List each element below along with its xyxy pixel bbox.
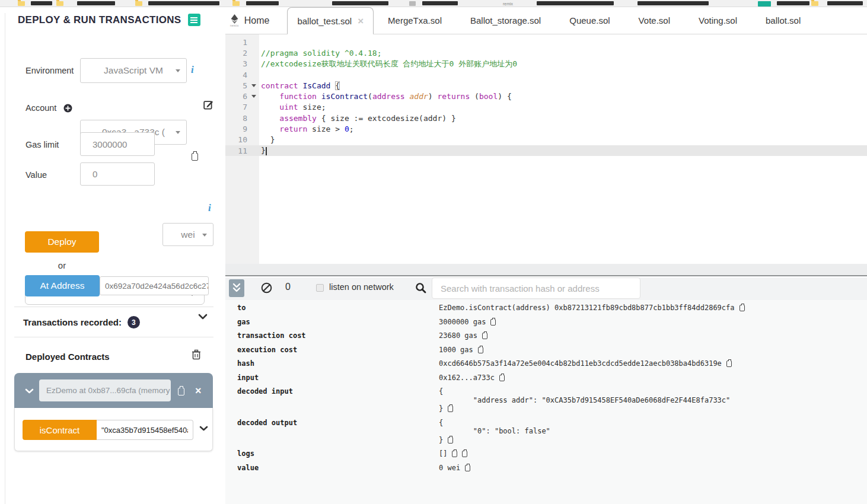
extension-icon bbox=[758, 1, 771, 7]
close-tab-icon[interactable]: × bbox=[358, 16, 364, 26]
code-line: 11} bbox=[225, 145, 867, 156]
copy-icon[interactable] bbox=[448, 437, 453, 444]
method-expand-icon[interactable] bbox=[199, 426, 208, 431]
terminal-value-line: [] bbox=[439, 449, 467, 458]
code-editor[interactable]: 12//pragma solidity ^0.4.18;3//extcodesi… bbox=[225, 34, 867, 264]
close-instance-icon[interactable]: × bbox=[195, 385, 202, 396]
tab-label: Queue.sol bbox=[569, 15, 610, 25]
value-unit-select[interactable]: wei bbox=[162, 223, 213, 246]
folder-icon bbox=[811, 1, 818, 6]
copy-icon[interactable] bbox=[482, 333, 487, 339]
value-input[interactable] bbox=[80, 162, 155, 186]
transactions-recorded-label: Transactions recorded: bbox=[23, 317, 122, 327]
terminal-row: gas3000000 gas bbox=[225, 318, 867, 327]
listen-network-checkbox[interactable] bbox=[316, 284, 324, 292]
fold-toggle-icon[interactable] bbox=[249, 95, 258, 98]
copy-icon[interactable] bbox=[462, 451, 467, 457]
contract-instance-header[interactable]: EzDemo at 0xb87...69cfa (memory × bbox=[14, 373, 213, 408]
line-number: 2 bbox=[225, 49, 249, 58]
tab-ballot-sol[interactable]: ballot.sol bbox=[751, 7, 815, 34]
edit-account-icon[interactable] bbox=[203, 100, 213, 110]
app-icon bbox=[409, 1, 416, 6]
environment-info-icon[interactable]: i bbox=[191, 64, 194, 76]
at-address-button[interactable]: At Address bbox=[25, 275, 100, 296]
fold-toggle-icon[interactable] bbox=[249, 84, 258, 87]
plugin-list-icon[interactable] bbox=[188, 14, 200, 26]
copy-icon[interactable] bbox=[478, 347, 483, 353]
tab-ballot-storage-sol[interactable]: Ballot_storage.sol bbox=[456, 7, 555, 34]
copy-icon[interactable] bbox=[452, 451, 457, 457]
line-number: 5 bbox=[225, 81, 249, 90]
gas-limit-input[interactable] bbox=[80, 132, 155, 156]
tab-ballot-test-sol[interactable]: ballot_test.sol× bbox=[287, 7, 374, 34]
terminal-toggle-button[interactable] bbox=[229, 279, 244, 297]
terminal-row-label: gas bbox=[225, 318, 439, 327]
line-number: 8 bbox=[225, 114, 249, 123]
terminal-row: value0 wei bbox=[225, 464, 867, 473]
line-number: 10 bbox=[225, 135, 249, 144]
terminal-output: toEzDemo.isContract(address) 0xb87213121… bbox=[225, 300, 867, 504]
terminal-value-line: 23680 gas bbox=[439, 331, 487, 340]
tab-mergetxa-sol[interactable]: MergeTxa.sol bbox=[374, 7, 456, 34]
terminal-row-label: execution cost bbox=[225, 346, 439, 355]
caret-down-icon bbox=[176, 131, 180, 134]
copy-icon[interactable] bbox=[465, 465, 470, 471]
add-account-icon[interactable] bbox=[63, 104, 72, 113]
copy-icon[interactable] bbox=[490, 319, 496, 326]
copy-instance-icon[interactable] bbox=[178, 388, 184, 395]
terminal-header: 0 listen on network bbox=[225, 277, 867, 300]
tab-voting-sol[interactable]: Voting.sol bbox=[684, 7, 751, 34]
copy-icon[interactable] bbox=[726, 361, 732, 367]
transactions-collapse-icon[interactable] bbox=[198, 314, 208, 320]
copy-icon[interactable] bbox=[499, 375, 505, 381]
bookmark-text bbox=[777, 1, 809, 5]
clear-console-icon[interactable] bbox=[261, 282, 272, 294]
code-line: 2//pragma solidity ^0.4.18; bbox=[225, 47, 867, 58]
caret-down-icon bbox=[202, 234, 207, 237]
bookmark-label: remix bbox=[503, 2, 513, 6]
tab-label: Ballot_storage.sol bbox=[470, 15, 541, 25]
trash-icon[interactable] bbox=[192, 349, 201, 360]
pending-tx-count: 0 bbox=[285, 282, 291, 292]
terminal-drag-handle[interactable] bbox=[225, 264, 867, 276]
deploy-button[interactable]: Deploy bbox=[25, 231, 99, 253]
browser-bookmarks-strip: remix bbox=[0, 0, 867, 7]
terminal-row-label: input bbox=[225, 374, 439, 382]
code-content: } bbox=[261, 146, 267, 155]
contract-info-icon[interactable]: i bbox=[208, 202, 211, 214]
code-line: 6 function isContract(address addr) retu… bbox=[225, 91, 867, 101]
code-content: uint size; bbox=[261, 103, 326, 111]
copy-account-icon[interactable] bbox=[192, 153, 198, 161]
method-arg-input[interactable] bbox=[97, 420, 193, 440]
copy-icon[interactable] bbox=[448, 406, 453, 412]
transactions-count-badge: 3 bbox=[128, 316, 140, 328]
terminal-row-label: value bbox=[225, 464, 439, 473]
at-address-input[interactable] bbox=[100, 276, 209, 295]
terminal-value-line: EzDemo.isContract(address) 0xb87213121fb… bbox=[439, 304, 745, 312]
folder-icon bbox=[135, 1, 142, 6]
terminal-value-line: } bbox=[439, 404, 730, 413]
terminal-row-value: [] bbox=[439, 449, 467, 458]
folder-icon bbox=[18, 1, 25, 6]
instance-title: EzDemo at 0xb87...69cfa (memory bbox=[39, 379, 171, 401]
code-content: contract IsCadd { bbox=[261, 81, 340, 90]
code-content: } bbox=[261, 135, 275, 144]
line-number: 6 bbox=[225, 92, 249, 101]
tab-vote-sol[interactable]: Vote.sol bbox=[624, 7, 684, 34]
page-title: DEPLOY & RUN TRANSACTIONS bbox=[18, 14, 181, 26]
terminal-search-input[interactable] bbox=[432, 277, 640, 299]
iscontract-method-button[interactable]: isContract bbox=[23, 420, 97, 440]
terminal-value-line: 3000000 gas bbox=[439, 318, 496, 327]
copy-icon[interactable] bbox=[740, 305, 745, 311]
terminal-row: transaction cost23680 gas bbox=[225, 331, 867, 340]
caret-down-icon bbox=[176, 69, 180, 72]
instance-collapse-icon[interactable] bbox=[25, 388, 34, 394]
environment-select[interactable]: JavaScript VM bbox=[80, 58, 187, 83]
bookmark-text bbox=[246, 1, 279, 5]
tab-home[interactable]: remixHome bbox=[225, 7, 281, 34]
line-number: 9 bbox=[225, 125, 249, 133]
line-number: 3 bbox=[225, 59, 249, 68]
tab-queue-sol[interactable]: Queue.sol bbox=[555, 7, 624, 34]
terminal-row-label: to bbox=[225, 304, 439, 312]
value-label: Value bbox=[26, 170, 47, 180]
